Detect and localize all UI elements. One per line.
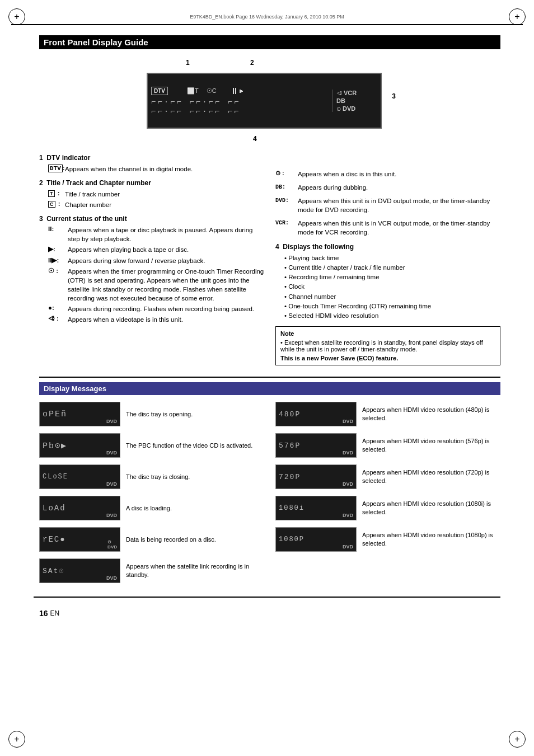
msg-seg-rec: rEC● [43, 535, 66, 544]
bottom-rule [34, 597, 500, 598]
bullet-2: Current title / chapter / track / file n… [284, 263, 500, 273]
timer-symbol: ☉ : [48, 267, 68, 303]
tape-symbol: ⏿ : [48, 315, 68, 324]
panel-segments-row: ⌐⌐·⌐⌐ ⌐⌐·⌐⌐ ⌐⌐ ⌐⌐·⌐⌐ ⌐⌐·⌐⌐ ⌐⌐ [151, 97, 332, 116]
main-title: Front Panel Display Guide [39, 35, 500, 49]
msg-dvd-480p: DVD [343, 419, 353, 424]
chapter-item: C : Chapter number [48, 200, 264, 209]
msg-display-pbc: Pb⊙▶ DVD [39, 433, 120, 458]
msg-dvd-load: DVD [106, 513, 117, 518]
msg-text-576p: Appears when HDMI video resolution (576p… [362, 437, 500, 454]
section-4-heading: 4 Displays the following [275, 243, 500, 251]
msg-text-1080p: Appears when HDMI video resolution (1080… [362, 531, 500, 548]
pause-desc: Appears when a tape or disc playback is … [68, 226, 264, 243]
bullet-6: One-touch Timer Recording (OTR) remainin… [284, 302, 500, 311]
disc-symbol: ⊙ : [275, 170, 295, 177]
msg-seg-480p: 480P [279, 410, 301, 419]
msg-dvd-sat: DVD [106, 575, 117, 581]
msg-display-rec: rEC● ⊙DVD [39, 527, 120, 552]
msg-dvd-rec: ⊙DVD [107, 539, 117, 550]
msg-dvd-open: DVD [106, 419, 117, 424]
bullet-7: Selected HDMI video resolution [284, 311, 500, 321]
msg-seg-sat: SAt☉ [43, 566, 64, 575]
disc-sym: ⊙ [336, 106, 341, 112]
disc-desc: Appears when a disc is in this unit. [298, 170, 500, 179]
msg-display-720p: 720P DVD [275, 464, 357, 489]
msg-display-480p: 480P DVD [275, 402, 357, 426]
mid-rule [39, 377, 500, 378]
section-3-right: ⊙ : Appears when a disc is in this unit.… [275, 170, 500, 237]
msg-seg-open: oPEñ [43, 410, 67, 419]
msg-dvd-1080p: DVD [343, 544, 353, 550]
msg-item-1080p: 1080P DVD Appears when HDMI video resolu… [275, 527, 500, 552]
rec-desc: Appears during recording. Flashes when r… [68, 304, 264, 313]
msg-text-open: The disc tray is opening. [126, 410, 264, 419]
msg-item-720p: 720P DVD Appears when HDMI video resolut… [275, 464, 500, 489]
left-column: 1 DTV indicator DTV: Appears when the ch… [39, 154, 264, 365]
messages-grid: oPEñ DVD The disc tray is opening. 480P … [39, 402, 500, 585]
title-track-item: T : Title / track number [48, 190, 264, 199]
dvd-label: DVD [343, 105, 355, 112]
page-number: 16 [39, 609, 48, 618]
panel-display: DTV ⬜T ☉C ⏸▶ ⌐⌐·⌐⌐ ⌐⌐·⌐⌐ ⌐⌐ ⌐⌐·⌐⌐ ⌐⌐·⌐⌐ … [147, 73, 382, 129]
section-3-content: II: Appears when a tape or disc playback… [48, 226, 264, 324]
header-meta: E9TK4BD_EN.book Page 16 Wednesday, Janua… [11, 14, 523, 20]
rec-item: ●: Appears during recording. Flashes whe… [48, 304, 264, 313]
bullet-4: Clock [284, 282, 500, 292]
pause-item: II: Appears when a tape or disc playback… [48, 226, 264, 243]
db-desc: Appears during dubbing. [298, 183, 500, 192]
section-2-heading: 2 Title / Track and Chapter number [39, 179, 264, 187]
dvd-sym-label: DVD: [275, 196, 295, 204]
db-label: DB [336, 97, 345, 104]
bullet-5: Channel number [284, 292, 500, 302]
msg-item-close: CLoSE DVD The disc tray is closing. [39, 464, 264, 489]
note-box: Note • Except when satellite recording i… [275, 326, 500, 365]
top-rule [11, 24, 523, 25]
dvd-row: ⊙ DVD [336, 105, 355, 112]
slowff-desc: Appears during slow forward / reverse pl… [68, 256, 264, 265]
msg-item-sat: SAt☉ DVD Appears when the satellite link… [39, 558, 264, 583]
msg-display-1080p: 1080P DVD [275, 527, 357, 552]
panel-left-area: DTV ⬜T ☉C ⏸▶ ⌐⌐·⌐⌐ ⌐⌐·⌐⌐ ⌐⌐ ⌐⌐·⌐⌐ ⌐⌐·⌐⌐ … [151, 86, 332, 116]
tape-sym: ⏿ [336, 90, 342, 96]
lang-label: EN [50, 609, 60, 617]
msg-item-rec: rEC● ⊙DVD Data is being recorded on a di… [39, 527, 264, 552]
dvd-status-desc: Appears when this unit is in DVD output … [298, 196, 500, 214]
c-icon: ☉C [207, 87, 217, 95]
msg-display-open: oPEñ DVD [39, 402, 120, 426]
dtv-item: DTV: Appears when the channel is in digi… [48, 165, 264, 173]
diagram-num-1: 1 [186, 59, 190, 67]
msg-display-sat: SAt☉ DVD [39, 558, 120, 583]
msg-item-576p: 576P DVD Appears when HDMI video resolut… [275, 433, 500, 458]
msg-dvd-576p: DVD [343, 450, 353, 456]
msg-text-720p: Appears when HDMI video resolution (720p… [362, 468, 500, 486]
section-1-heading: 1 DTV indicator [39, 154, 264, 162]
play-desc: Appears when playing back a tape or disc… [68, 245, 264, 254]
vcr-row: ⏿ VCR [336, 90, 357, 96]
msg-seg-576p: 576P [279, 442, 301, 450]
rec-symbol: ●: [48, 304, 68, 313]
msg-dvd-1080i: DVD [343, 513, 353, 518]
msg-text-load: A disc is loading. [126, 504, 264, 513]
note-text: • Except when satellite recording is in … [280, 339, 495, 353]
bullet-1: Playing back time [284, 253, 500, 263]
right-column: ⊙ : Appears when a disc is in this unit.… [275, 154, 500, 365]
db-item: DB: Appears during dubbing. [275, 183, 500, 192]
msg-display-load: LoAd DVD [39, 496, 120, 520]
msg-text-rec: Data is being recorded on a disc. [126, 536, 264, 544]
vcr-label: VCR [344, 90, 357, 96]
section-2-content: T : Title / track number C : Chapter num… [48, 190, 264, 209]
msg-dvd-720p: DVD [343, 481, 353, 487]
slowff-symbol: II▶: [48, 256, 68, 265]
section-1-content: DTV: Appears when the channel is in digi… [48, 165, 264, 173]
main-content-area: 1 DTV indicator DTV: Appears when the ch… [39, 154, 500, 365]
msg-display-576p: 576P DVD [275, 433, 357, 458]
panel-right-area: ⏿ VCR DB ⊙ DVD [332, 90, 377, 112]
tape-item: ⏿ : Appears when a videotape is in this … [48, 315, 264, 324]
msg-seg-load: LoAd [43, 504, 66, 513]
timer-item: ☉ : Appears when the timer programming o… [48, 267, 264, 303]
msg-item-open: oPEñ DVD The disc tray is opening. [39, 402, 264, 426]
slowff-item: II▶: Appears during slow forward / rever… [48, 256, 264, 265]
note-bold-text: This is a new Power Save (ECO) feature. [280, 355, 495, 361]
page-footer: 16 EN [11, 603, 523, 623]
